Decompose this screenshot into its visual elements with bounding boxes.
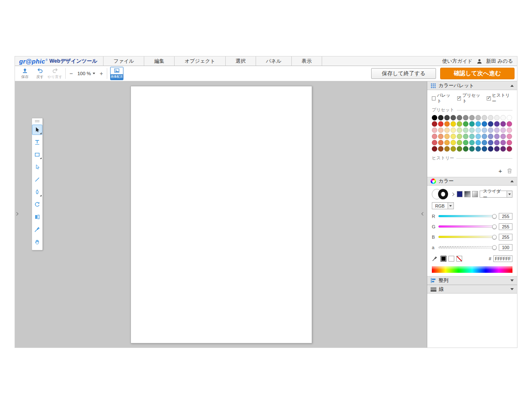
- align-section-header[interactable]: 整列: [427, 276, 517, 285]
- palette-swatch[interactable]: [482, 146, 487, 152]
- delete-swatch-button[interactable]: [507, 168, 512, 174]
- solid-color-swatch[interactable]: [457, 191, 463, 197]
- checkbox-palette[interactable]: パレット: [432, 93, 453, 104]
- tool-text[interactable]: [32, 137, 42, 147]
- palette-swatch[interactable]: [463, 127, 468, 133]
- r-value-input[interactable]: 255: [499, 213, 512, 220]
- zoom-in-button[interactable]: +: [99, 70, 104, 77]
- save-button[interactable]: 保存: [17, 66, 32, 81]
- palette-swatch[interactable]: [451, 134, 456, 139]
- palette-swatch[interactable]: [500, 127, 506, 133]
- palette-swatch[interactable]: [451, 121, 456, 127]
- tool-select[interactable]: [32, 125, 42, 135]
- slider-knob[interactable]: [492, 235, 497, 239]
- palette-swatch[interactable]: [451, 146, 456, 152]
- color-section-header[interactable]: カラー: [427, 177, 517, 186]
- add-swatch-button[interactable]: +: [498, 169, 502, 174]
- tool-pen[interactable]: [32, 187, 42, 197]
- palette-swatch[interactable]: [488, 146, 493, 152]
- palette-swatch[interactable]: [438, 146, 443, 152]
- palette-swatch[interactable]: [463, 121, 468, 127]
- palette-swatch[interactable]: [507, 127, 512, 133]
- slider-knob[interactable]: [492, 224, 497, 229]
- color-palette-section-header[interactable]: カラーパレット: [427, 81, 517, 90]
- palette-swatch[interactable]: [494, 134, 500, 139]
- zoom-out-button[interactable]: −: [69, 70, 74, 77]
- line-section-header[interactable]: 線: [427, 285, 517, 294]
- palette-swatch[interactable]: [451, 127, 456, 133]
- white-swatch[interactable]: [448, 256, 454, 262]
- palette-swatch[interactable]: [457, 115, 462, 120]
- palette-swatch[interactable]: [438, 140, 443, 145]
- palette-swatch[interactable]: [469, 115, 475, 120]
- palette-swatch[interactable]: [482, 115, 487, 120]
- tool-direct-select[interactable]: [32, 162, 42, 172]
- no-color-swatch[interactable]: [456, 256, 462, 262]
- redo-button[interactable]: やり直す: [47, 66, 62, 81]
- palette-swatch[interactable]: [438, 115, 443, 120]
- palette-swatch[interactable]: [488, 140, 493, 145]
- color-spectrum-bar[interactable]: [432, 266, 512, 273]
- palette-swatch[interactable]: [432, 127, 437, 133]
- palette-swatch[interactable]: [457, 121, 462, 127]
- palette-swatch[interactable]: [432, 115, 437, 120]
- palette-swatch[interactable]: [451, 115, 456, 120]
- checkbox-preset[interactable]: プリセット: [457, 93, 483, 104]
- eyedropper-icon[interactable]: [432, 256, 438, 262]
- tool-columns[interactable]: [32, 212, 42, 222]
- menu-item-file[interactable]: ファイル: [103, 56, 144, 66]
- image-place-button[interactable]: 画像配置: [110, 67, 123, 80]
- palette-swatch[interactable]: [457, 134, 462, 139]
- palette-swatch[interactable]: [500, 140, 506, 145]
- palette-swatch[interactable]: [482, 127, 487, 133]
- palette-swatch[interactable]: [444, 140, 450, 145]
- right-panel-toggle[interactable]: [422, 213, 426, 217]
- palette-swatch[interactable]: [457, 140, 462, 145]
- artboard[interactable]: [131, 86, 312, 343]
- palette-swatch[interactable]: [438, 134, 443, 139]
- save-and-exit-button[interactable]: 保存して終了する: [371, 68, 436, 79]
- palette-swatch[interactable]: [494, 121, 500, 127]
- palette-swatch[interactable]: [444, 115, 450, 120]
- palette-swatch[interactable]: [457, 127, 462, 133]
- palette-swatch[interactable]: [432, 121, 437, 127]
- menu-item-object[interactable]: オブジェクト: [175, 56, 226, 66]
- tool-rotate[interactable]: [32, 200, 42, 209]
- palette-swatch[interactable]: [438, 121, 443, 127]
- palette-swatch[interactable]: [475, 115, 481, 120]
- slider-knob[interactable]: [492, 214, 497, 218]
- a-value-input[interactable]: 100: [499, 244, 512, 251]
- menu-item-edit[interactable]: 編集: [144, 56, 175, 66]
- palette-swatch[interactable]: [444, 121, 450, 127]
- palette-swatch[interactable]: [463, 140, 468, 145]
- slider-mode-dropdown[interactable]: スライダー: [480, 191, 512, 198]
- palette-swatch[interactable]: [494, 146, 500, 152]
- menu-item-panel[interactable]: パネル: [256, 56, 292, 66]
- palette-swatch[interactable]: [507, 140, 512, 145]
- r-slider-track[interactable]: [438, 215, 496, 217]
- palette-swatch[interactable]: [475, 134, 481, 139]
- palette-swatch[interactable]: [482, 134, 487, 139]
- palette-swatch[interactable]: [432, 146, 437, 152]
- palette-swatch[interactable]: [494, 127, 500, 133]
- palette-swatch[interactable]: [469, 140, 475, 145]
- palette-swatch[interactable]: [469, 146, 475, 152]
- palette-swatch[interactable]: [469, 127, 475, 133]
- palette-swatch[interactable]: [463, 134, 468, 139]
- palette-swatch[interactable]: [507, 121, 512, 127]
- help-guide-link[interactable]: 使い方ガイド: [442, 58, 473, 65]
- left-panel-toggle[interactable]: [15, 213, 20, 217]
- menu-item-view[interactable]: 表示: [292, 56, 322, 66]
- g-value-input[interactable]: 255: [499, 223, 512, 230]
- b-slider-track[interactable]: [438, 236, 496, 238]
- tool-line[interactable]: [32, 175, 42, 184]
- palette-swatch[interactable]: [488, 134, 493, 139]
- slider-knob[interactable]: [492, 245, 497, 250]
- undo-button[interactable]: 戻す: [32, 66, 47, 81]
- palette-swatch[interactable]: [432, 140, 437, 145]
- black-swatch[interactable]: [441, 256, 446, 262]
- palette-swatch[interactable]: [475, 127, 481, 133]
- palette-swatch[interactable]: [463, 115, 468, 120]
- palette-swatch[interactable]: [444, 134, 450, 139]
- b-value-input[interactable]: 255: [499, 234, 512, 240]
